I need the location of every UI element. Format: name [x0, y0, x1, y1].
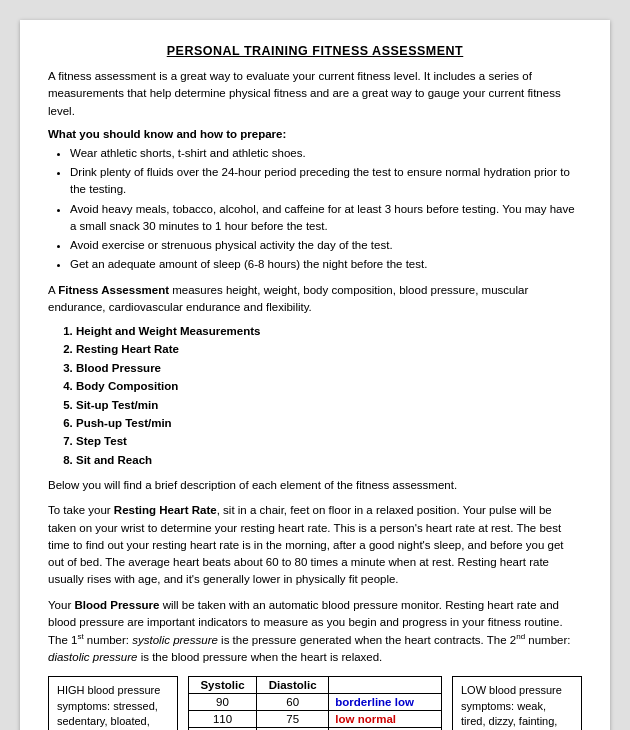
prep-heading: What you should know and how to prepare:	[48, 128, 582, 140]
bp-table-wrapper: Systolic Diastolic 90 60 borderline low …	[188, 676, 442, 730]
col-label-header	[329, 677, 442, 694]
intro-text: A fitness assessment is a great way to e…	[48, 68, 582, 120]
list-item: Avoid exercise or strenuous physical act…	[70, 237, 582, 254]
diastolic-val: 75	[257, 711, 329, 728]
table-row: 90 60 borderline low	[189, 694, 442, 711]
systolic-val: 90	[189, 694, 257, 711]
list-item: Step Test	[76, 432, 582, 450]
bp-table: Systolic Diastolic 90 60 borderline low …	[188, 676, 442, 730]
list-item: Sit-up Test/min	[76, 396, 582, 414]
list-item: Avoid heavy meals, tobacco, alcohol, and…	[70, 201, 582, 236]
heart-rate-para: To take your Resting Heart Rate, sit in …	[48, 502, 582, 588]
fitness-para: A Fitness Assessment measures height, we…	[48, 282, 582, 317]
bp-label: low normal	[329, 711, 442, 728]
col-systolic-header: Systolic	[189, 677, 257, 694]
col-diastolic-header: Diastolic	[257, 677, 329, 694]
assessment-list: Height and Weight Measurements Resting H…	[76, 322, 582, 469]
document-page: PERSONAL TRAINING FITNESS ASSESSMENT A f…	[20, 20, 610, 730]
list-item: Height and Weight Measurements	[76, 322, 582, 340]
low-bp-box: LOW blood pressure symptoms: weak, tired…	[452, 676, 582, 730]
table-row: 110 75 low normal	[189, 711, 442, 728]
high-bp-box: HIGH blood pressure symptoms: stressed, …	[48, 676, 178, 730]
list-item: Wear athletic shorts, t-shirt and athlet…	[70, 145, 582, 162]
list-item: Blood Pressure	[76, 359, 582, 377]
list-item: Sit and Reach	[76, 451, 582, 469]
systolic-val: 110	[189, 711, 257, 728]
bp-para: Your Blood Pressure will be taken with a…	[48, 597, 582, 667]
prep-list: Wear athletic shorts, t-shirt and athlet…	[70, 145, 582, 274]
desc-intro: Below you will find a brief description …	[48, 477, 582, 494]
list-item: Resting Heart Rate	[76, 340, 582, 358]
list-item: Body Composition	[76, 377, 582, 395]
list-item: Drink plenty of fluids over the 24-hour …	[70, 164, 582, 199]
bp-section: HIGH blood pressure symptoms: stressed, …	[48, 676, 582, 730]
bp-label: borderline low	[329, 694, 442, 711]
page-title: PERSONAL TRAINING FITNESS ASSESSMENT	[48, 44, 582, 58]
list-item: Get an adequate amount of sleep (6-8 hou…	[70, 256, 582, 273]
diastolic-val: 60	[257, 694, 329, 711]
list-item: Push-up Test/min	[76, 414, 582, 432]
